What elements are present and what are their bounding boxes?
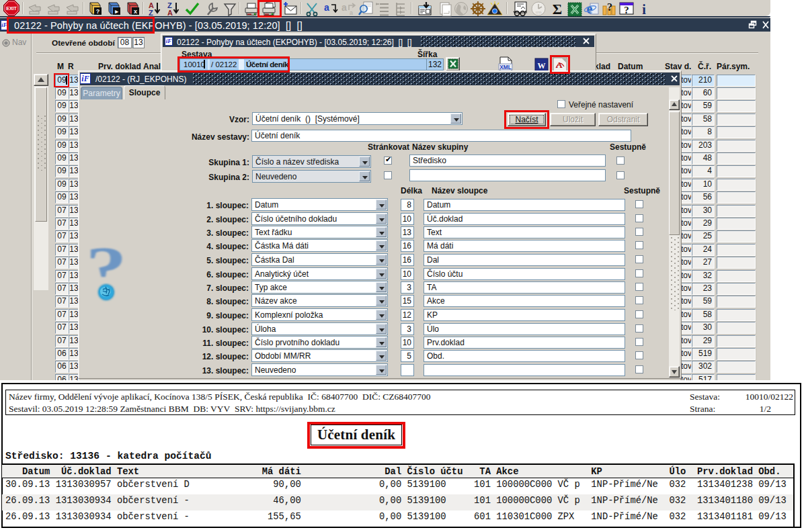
svg-text:EXIT: EXIT [6, 6, 17, 11]
svg-text:Z: Z [149, 9, 153, 17]
svg-text:?: ? [624, 5, 629, 15]
svg-text:x: x [134, 8, 137, 15]
svg-text:A: A [167, 9, 173, 17]
svg-text:1215: 1215 [536, 11, 542, 14]
svg-text:▸: ▸ [114, 8, 118, 15]
svg-text:e: e [587, 1, 593, 16]
svg-text:?: ? [96, 8, 100, 15]
svg-text:W: W [538, 61, 546, 71]
svg-text:XML: XML [499, 64, 512, 71]
svg-text:a: a [350, 9, 353, 16]
svg-text:?: ? [607, 1, 612, 13]
svg-text:Σ: Σ [553, 1, 562, 17]
svg-text:a: a [341, 2, 347, 13]
svg-text:a: a [324, 2, 329, 13]
svg-text:i: i [642, 2, 646, 17]
